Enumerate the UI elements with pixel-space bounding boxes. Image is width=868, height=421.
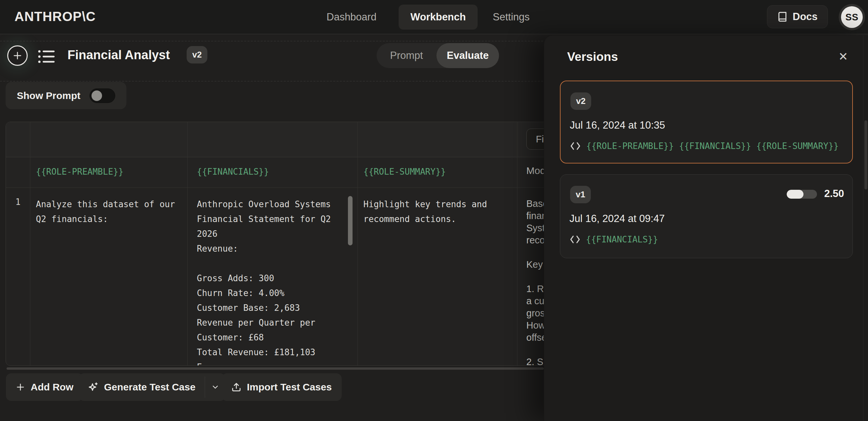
show-prompt-control: Show Prompt bbox=[6, 82, 126, 109]
plus-icon bbox=[12, 51, 22, 61]
variable-role-preamble[interactable]: {{ROLE-PREAMBLE}} bbox=[36, 167, 123, 176]
variable-role-summary[interactable]: {{ROLE-SUMMARY}} bbox=[363, 167, 446, 176]
version-template-row: {{FINANCIALS}} bbox=[569, 234, 658, 245]
top-nav: ANTHROP\C Dashboard Workbench Settings D… bbox=[0, 0, 868, 34]
window-scrollbar-thumb[interactable] bbox=[864, 120, 867, 189]
generate-test-case-label: Generate Test Case bbox=[104, 382, 195, 393]
column-divider bbox=[358, 122, 358, 365]
variable-financials[interactable]: {{FINANCIALS}} bbox=[197, 167, 269, 176]
prompt-list-button[interactable] bbox=[37, 49, 55, 64]
version-badge: v2 bbox=[187, 46, 207, 63]
table-horizontal-scrollbar[interactable] bbox=[7, 367, 544, 370]
version-template: {{FINANCIALS}} bbox=[586, 234, 658, 245]
column-divider bbox=[30, 122, 30, 365]
cell-role-preamble[interactable]: Analyze this dataset of ourQ2 financials… bbox=[36, 197, 184, 227]
avatar-initials: SS bbox=[841, 6, 863, 28]
model-output-header: Mod bbox=[526, 165, 546, 176]
tab-evaluate[interactable]: Evaluate bbox=[436, 43, 499, 68]
code-icon bbox=[569, 234, 581, 245]
score-meter-fill bbox=[787, 190, 804, 199]
score-meter bbox=[787, 190, 817, 199]
nav-tab-dashboard[interactable]: Dashboard bbox=[327, 0, 377, 34]
version-badge-v2: v2 bbox=[570, 92, 591, 110]
column-divider bbox=[517, 122, 518, 365]
versions-panel: Versions ✕ v2 Jul 16, 2024 at 10:35 {{RO… bbox=[544, 35, 868, 421]
avatar[interactable]: SS bbox=[839, 4, 865, 30]
versions-panel-title: Versions bbox=[567, 50, 618, 64]
window-scrollbar-track bbox=[863, 35, 863, 421]
sparkle-icon bbox=[88, 382, 98, 392]
code-icon bbox=[570, 141, 581, 151]
generate-test-case-split-button: Generate Test Case bbox=[79, 373, 225, 401]
version-card-v2[interactable]: v2 Jul 16, 2024 at 10:35 {{ROLE-PREAMBLE… bbox=[560, 80, 853, 163]
cell-financials[interactable]: Anthropic Overload SystemsFinancial Stat… bbox=[197, 197, 345, 366]
cell-role-summary[interactable]: Highlight key trends andrecommend action… bbox=[363, 197, 512, 227]
score-value: 2.50 bbox=[824, 188, 844, 200]
row-number: 1 bbox=[6, 197, 30, 207]
import-test-cases-label: Import Test Cases bbox=[247, 382, 332, 393]
tab-prompt[interactable]: Prompt bbox=[377, 43, 436, 68]
divider-under-title bbox=[0, 81, 547, 82]
plus-icon bbox=[16, 383, 25, 392]
divider-under-nav bbox=[0, 41, 547, 41]
version-card-v1[interactable]: v1 2.50 Jul 16, 2024 at 09:47 {{FINANCIA… bbox=[560, 174, 853, 258]
workbench-screen: ANTHROP\C Dashboard Workbench Settings D… bbox=[0, 0, 868, 421]
version-timestamp: Jul 16, 2024 at 10:35 bbox=[570, 119, 665, 131]
docs-label: Docs bbox=[793, 11, 818, 23]
mode-switch: Prompt Evaluate bbox=[377, 43, 499, 68]
new-prompt-button[interactable] bbox=[7, 45, 28, 66]
book-icon bbox=[777, 11, 788, 22]
upload-icon bbox=[231, 382, 241, 392]
close-icon[interactable]: ✕ bbox=[838, 50, 848, 63]
version-timestamp: Jul 16, 2024 at 09:47 bbox=[569, 213, 665, 225]
docs-button[interactable]: Docs bbox=[767, 5, 828, 28]
nav-tab-workbench[interactable]: Workbench bbox=[399, 5, 477, 30]
nav-tab-settings[interactable]: Settings bbox=[493, 0, 530, 34]
generate-test-case-button[interactable]: Generate Test Case bbox=[79, 373, 205, 401]
show-prompt-toggle[interactable] bbox=[90, 89, 115, 103]
add-row-button[interactable]: Add Row bbox=[6, 373, 83, 401]
anthropic-logo[interactable]: ANTHROP\C bbox=[14, 9, 96, 24]
import-test-cases-button[interactable]: Import Test Cases bbox=[221, 373, 342, 401]
version-template: {{ROLE-PREAMBLE}} {{FINANCIALS}} {{ROLE-… bbox=[586, 141, 839, 151]
toggle-knob bbox=[92, 91, 102, 101]
chevron-down-icon bbox=[211, 383, 220, 391]
column-divider bbox=[187, 122, 188, 365]
cell-scrollbar[interactable] bbox=[348, 196, 352, 246]
show-prompt-label: Show Prompt bbox=[17, 90, 80, 101]
version-template-row: {{ROLE-PREAMBLE}} {{FINANCIALS}} {{ROLE-… bbox=[570, 141, 839, 151]
add-row-label: Add Row bbox=[31, 382, 73, 393]
version-badge-v1: v1 bbox=[570, 186, 591, 203]
page-title: Financial Analyst bbox=[67, 48, 170, 62]
